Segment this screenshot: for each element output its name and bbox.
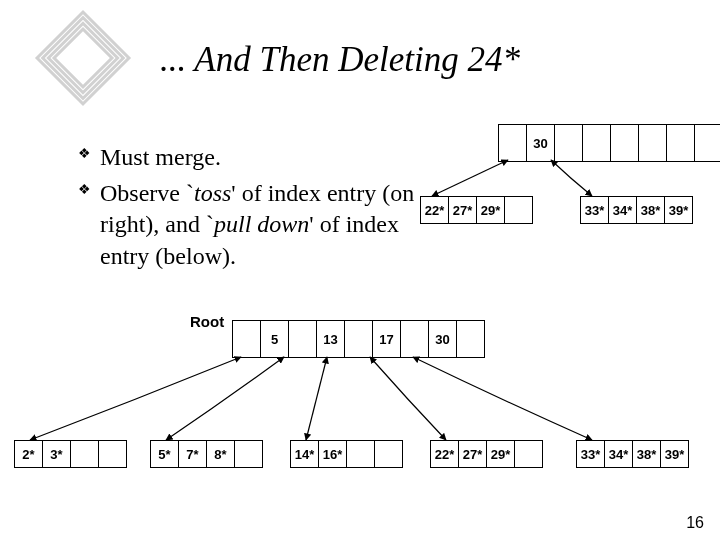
leaf-node: 22* 27* 29* [430, 440, 543, 468]
node-ptr [555, 124, 583, 162]
leaf-cell: 16* [319, 440, 347, 468]
slide-title: ... And Then Deleting 24* [160, 40, 520, 80]
node-key: 30 [429, 320, 457, 358]
leaf-node: 2* 3* [14, 440, 127, 468]
root-label: Root [190, 313, 224, 330]
leaf-cell: 34* [609, 196, 637, 224]
leaf-cell: 27* [449, 196, 477, 224]
leaf-cell: 33* [576, 440, 605, 468]
leaf-cell: 34* [605, 440, 633, 468]
leaf-cell-empty [375, 440, 403, 468]
leaf-node: 5* 7* 8* [150, 440, 263, 468]
node-ptr [611, 124, 639, 162]
leaf-cell-empty [505, 196, 533, 224]
node-key: 17 [373, 320, 401, 358]
slide: ... And Then Deleting 24* Must merge. Ob… [0, 0, 720, 540]
leaf-node: 33* 34* 38* 39* [576, 440, 689, 468]
node-ptr [457, 320, 485, 358]
node-key-empty [639, 124, 667, 162]
bullet-item: Observe `toss' of index entry (on right)… [78, 178, 428, 273]
node-key-empty [583, 124, 611, 162]
node-key-empty [695, 124, 720, 162]
leaf-cell-empty [515, 440, 543, 468]
index-node: 30 [498, 124, 720, 162]
leaf-cell: 29* [487, 440, 515, 468]
slide-number: 16 [686, 514, 704, 532]
leaf-cell: 22* [430, 440, 459, 468]
leaf-cell: 3* [43, 440, 71, 468]
diamond-decoration [20, 10, 146, 106]
leaf-cell-empty [71, 440, 99, 468]
leaf-cell: 38* [637, 196, 665, 224]
leaf-node: 14* 16* [290, 440, 403, 468]
leaf-cell-empty [235, 440, 263, 468]
leaf-cell: 27* [459, 440, 487, 468]
leaf-cell: 5* [150, 440, 179, 468]
leaf-cell: 2* [14, 440, 43, 468]
leaf-cell: 29* [477, 196, 505, 224]
node-ptr [498, 124, 527, 162]
bullet-item: Must merge. [78, 142, 428, 174]
node-key: 13 [317, 320, 345, 358]
leaf-cell-empty [99, 440, 127, 468]
leaf-cell: 8* [207, 440, 235, 468]
node-key: 30 [527, 124, 555, 162]
leaf-cell: 7* [179, 440, 207, 468]
leaf-cell: 39* [665, 196, 693, 224]
bullet-list: Must merge. Observe `toss' of index entr… [38, 142, 428, 277]
node-ptr [667, 124, 695, 162]
node-ptr [345, 320, 373, 358]
leaf-cell: 14* [290, 440, 319, 468]
bullet-text: Must merge. [100, 144, 221, 170]
leaf-cell: 22* [420, 196, 449, 224]
node-key: 5 [261, 320, 289, 358]
node-ptr [401, 320, 429, 358]
node-ptr [289, 320, 317, 358]
leaf-cell: 38* [633, 440, 661, 468]
leaf-node: 22* 27* 29* [420, 196, 533, 224]
leaf-cell: 39* [661, 440, 689, 468]
leaf-cell-empty [347, 440, 375, 468]
node-ptr [232, 320, 261, 358]
root-node: 5 13 17 30 [232, 320, 485, 358]
leaf-node: 33* 34* 38* 39* [580, 196, 693, 224]
bullet-text: Observe ` [100, 180, 194, 206]
leaf-cell: 33* [580, 196, 609, 224]
bullet-em: toss [194, 180, 231, 206]
bullet-em: pull down [214, 211, 309, 237]
